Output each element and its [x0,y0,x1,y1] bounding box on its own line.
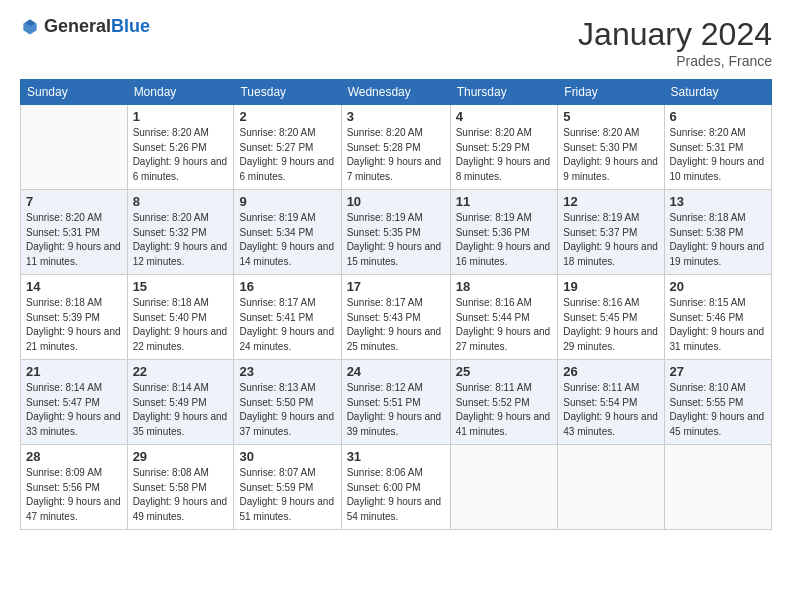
day-number: 1 [133,109,229,124]
day-number: 9 [239,194,335,209]
table-row: 20 Sunrise: 8:15 AMSunset: 5:46 PMDaylig… [664,275,771,360]
day-info: Sunrise: 8:15 AMSunset: 5:46 PMDaylight:… [670,296,766,354]
table-row: 22 Sunrise: 8:14 AMSunset: 5:49 PMDaylig… [127,360,234,445]
day-number: 11 [456,194,553,209]
day-info: Sunrise: 8:20 AMSunset: 5:30 PMDaylight:… [563,126,658,184]
day-number: 10 [347,194,445,209]
day-info: Sunrise: 8:20 AMSunset: 5:28 PMDaylight:… [347,126,445,184]
logo-icon [20,17,40,37]
table-row: 15 Sunrise: 8:18 AMSunset: 5:40 PMDaylig… [127,275,234,360]
weekday-header-row: Sunday Monday Tuesday Wednesday Thursday… [21,80,772,105]
day-number: 30 [239,449,335,464]
table-row: 3 Sunrise: 8:20 AMSunset: 5:28 PMDayligh… [341,105,450,190]
day-info: Sunrise: 8:07 AMSunset: 5:59 PMDaylight:… [239,466,335,524]
day-info: Sunrise: 8:19 AMSunset: 5:37 PMDaylight:… [563,211,658,269]
day-number: 2 [239,109,335,124]
calendar-week-row: 28 Sunrise: 8:09 AMSunset: 5:56 PMDaylig… [21,445,772,530]
table-row: 11 Sunrise: 8:19 AMSunset: 5:36 PMDaylig… [450,190,558,275]
table-row: 29 Sunrise: 8:08 AMSunset: 5:58 PMDaylig… [127,445,234,530]
table-row: 28 Sunrise: 8:09 AMSunset: 5:56 PMDaylig… [21,445,128,530]
day-info: Sunrise: 8:19 AMSunset: 5:35 PMDaylight:… [347,211,445,269]
table-row: 31 Sunrise: 8:06 AMSunset: 6:00 PMDaylig… [341,445,450,530]
day-info: Sunrise: 8:20 AMSunset: 5:27 PMDaylight:… [239,126,335,184]
day-info: Sunrise: 8:20 AMSunset: 5:26 PMDaylight:… [133,126,229,184]
header-wednesday: Wednesday [341,80,450,105]
day-number: 24 [347,364,445,379]
day-info: Sunrise: 8:11 AMSunset: 5:54 PMDaylight:… [563,381,658,439]
day-info: Sunrise: 8:18 AMSunset: 5:38 PMDaylight:… [670,211,766,269]
table-row: 24 Sunrise: 8:12 AMSunset: 5:51 PMDaylig… [341,360,450,445]
day-number: 3 [347,109,445,124]
table-row: 12 Sunrise: 8:19 AMSunset: 5:37 PMDaylig… [558,190,664,275]
day-number: 6 [670,109,766,124]
day-number: 13 [670,194,766,209]
logo-text: GeneralBlue [44,16,150,37]
table-row: 13 Sunrise: 8:18 AMSunset: 5:38 PMDaylig… [664,190,771,275]
header-thursday: Thursday [450,80,558,105]
day-info: Sunrise: 8:16 AMSunset: 5:45 PMDaylight:… [563,296,658,354]
location: Prades, France [578,53,772,69]
day-info: Sunrise: 8:20 AMSunset: 5:31 PMDaylight:… [670,126,766,184]
day-number: 29 [133,449,229,464]
day-info: Sunrise: 8:06 AMSunset: 6:00 PMDaylight:… [347,466,445,524]
day-number: 4 [456,109,553,124]
table-row: 7 Sunrise: 8:20 AMSunset: 5:31 PMDayligh… [21,190,128,275]
calendar-week-row: 1 Sunrise: 8:20 AMSunset: 5:26 PMDayligh… [21,105,772,190]
day-number: 16 [239,279,335,294]
table-row: 21 Sunrise: 8:14 AMSunset: 5:47 PMDaylig… [21,360,128,445]
table-row: 6 Sunrise: 8:20 AMSunset: 5:31 PMDayligh… [664,105,771,190]
table-row: 14 Sunrise: 8:18 AMSunset: 5:39 PMDaylig… [21,275,128,360]
calendar-week-row: 7 Sunrise: 8:20 AMSunset: 5:31 PMDayligh… [21,190,772,275]
day-number: 8 [133,194,229,209]
day-number: 26 [563,364,658,379]
day-info: Sunrise: 8:08 AMSunset: 5:58 PMDaylight:… [133,466,229,524]
day-number: 22 [133,364,229,379]
header-monday: Monday [127,80,234,105]
table-row: 8 Sunrise: 8:20 AMSunset: 5:32 PMDayligh… [127,190,234,275]
day-number: 15 [133,279,229,294]
day-number: 20 [670,279,766,294]
page: GeneralBlue January 2024 Prades, France … [0,0,792,612]
day-info: Sunrise: 8:16 AMSunset: 5:44 PMDaylight:… [456,296,553,354]
calendar-week-row: 21 Sunrise: 8:14 AMSunset: 5:47 PMDaylig… [21,360,772,445]
calendar-week-row: 14 Sunrise: 8:18 AMSunset: 5:39 PMDaylig… [21,275,772,360]
header-sunday: Sunday [21,80,128,105]
table-row: 9 Sunrise: 8:19 AMSunset: 5:34 PMDayligh… [234,190,341,275]
day-info: Sunrise: 8:17 AMSunset: 5:43 PMDaylight:… [347,296,445,354]
day-number: 18 [456,279,553,294]
day-info: Sunrise: 8:18 AMSunset: 5:39 PMDaylight:… [26,296,122,354]
table-row: 2 Sunrise: 8:20 AMSunset: 5:27 PMDayligh… [234,105,341,190]
day-info: Sunrise: 8:12 AMSunset: 5:51 PMDaylight:… [347,381,445,439]
table-row: 4 Sunrise: 8:20 AMSunset: 5:29 PMDayligh… [450,105,558,190]
day-info: Sunrise: 8:20 AMSunset: 5:31 PMDaylight:… [26,211,122,269]
day-info: Sunrise: 8:20 AMSunset: 5:32 PMDaylight:… [133,211,229,269]
table-row: 10 Sunrise: 8:19 AMSunset: 5:35 PMDaylig… [341,190,450,275]
day-number: 31 [347,449,445,464]
day-number: 19 [563,279,658,294]
day-info: Sunrise: 8:14 AMSunset: 5:49 PMDaylight:… [133,381,229,439]
day-info: Sunrise: 8:19 AMSunset: 5:36 PMDaylight:… [456,211,553,269]
day-info: Sunrise: 8:17 AMSunset: 5:41 PMDaylight:… [239,296,335,354]
day-number: 5 [563,109,658,124]
table-row: 5 Sunrise: 8:20 AMSunset: 5:30 PMDayligh… [558,105,664,190]
day-info: Sunrise: 8:14 AMSunset: 5:47 PMDaylight:… [26,381,122,439]
day-number: 14 [26,279,122,294]
header-tuesday: Tuesday [234,80,341,105]
table-row [558,445,664,530]
table-row: 23 Sunrise: 8:13 AMSunset: 5:50 PMDaylig… [234,360,341,445]
day-number: 23 [239,364,335,379]
day-number: 27 [670,364,766,379]
header-saturday: Saturday [664,80,771,105]
calendar-table: Sunday Monday Tuesday Wednesday Thursday… [20,79,772,530]
day-number: 28 [26,449,122,464]
month-title: January 2024 [578,16,772,53]
table-row: 1 Sunrise: 8:20 AMSunset: 5:26 PMDayligh… [127,105,234,190]
day-number: 21 [26,364,122,379]
day-number: 7 [26,194,122,209]
table-row: 27 Sunrise: 8:10 AMSunset: 5:55 PMDaylig… [664,360,771,445]
table-row: 18 Sunrise: 8:16 AMSunset: 5:44 PMDaylig… [450,275,558,360]
table-row: 17 Sunrise: 8:17 AMSunset: 5:43 PMDaylig… [341,275,450,360]
table-row [450,445,558,530]
day-info: Sunrise: 8:10 AMSunset: 5:55 PMDaylight:… [670,381,766,439]
day-number: 17 [347,279,445,294]
